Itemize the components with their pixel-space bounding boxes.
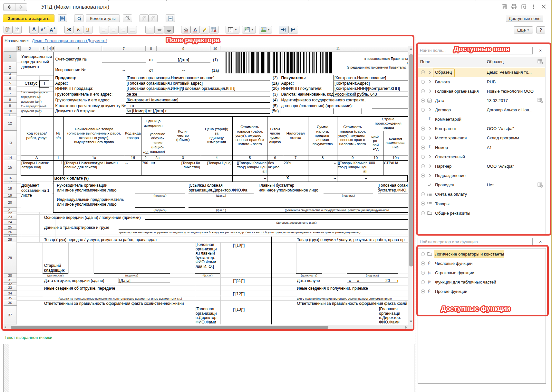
svg-text:A: A — [194, 27, 197, 32]
